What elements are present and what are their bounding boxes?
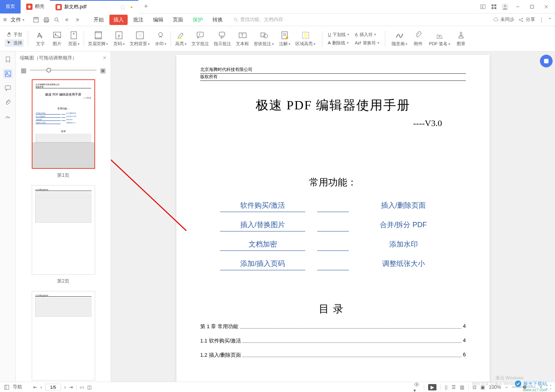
svg-rect-43 [219, 32, 225, 36]
sign-panel-button[interactable] [3, 112, 13, 121]
underline-tool[interactable]: U下划线▾ [326, 31, 351, 38]
thumb-grid-icon[interactable]: ▦ [21, 67, 27, 74]
nav-toggle[interactable] [4, 384, 10, 390]
svg-rect-35 [95, 37, 101, 39]
print-button[interactable] [42, 15, 51, 24]
doc-link[interactable]: 插入/替换图片 [220, 220, 305, 231]
attachment-panel-button[interactable] [3, 98, 13, 107]
search-button[interactable] [52, 15, 61, 24]
tool-指示批注[interactable]: 指示批注 [211, 29, 233, 48]
redo-button[interactable] [73, 15, 82, 24]
search-box[interactable]: 查找功能、文档内容 [233, 16, 283, 23]
tool-文档背景[interactable]: 文档背景▾ [127, 29, 152, 48]
tool-页码[interactable]: #页码▾ [111, 29, 127, 48]
minimize-button[interactable] [512, 1, 523, 12]
tool-页眉页脚[interactable]: 页眉页脚▾ [86, 29, 111, 48]
tool-页面[interactable]: 页面▾ [65, 29, 82, 48]
tool-图片[interactable]: 图片 [49, 29, 65, 48]
menu-icon[interactable]: ≡ [3, 16, 7, 23]
share-button[interactable]: 分享 [519, 16, 535, 23]
assistant-button[interactable] [540, 55, 553, 67]
prev-page-button[interactable]: ‹ [40, 384, 42, 390]
collapse-ribbon[interactable]: ⌃ [548, 17, 552, 23]
select-tool[interactable]: 选择 [5, 39, 24, 47]
menu-tab-页面[interactable]: 页面 [169, 15, 187, 25]
view-two[interactable]: ▥ [460, 384, 464, 390]
tool-文本框[interactable]: T文本框 [233, 29, 251, 48]
menu-tab-开始[interactable]: 开始 [90, 15, 108, 25]
thumbnail-panel-button[interactable] [3, 69, 13, 78]
svg-text:T: T [199, 33, 201, 36]
doc-link[interactable]: 添加/插入页码 [220, 259, 305, 270]
tool-形状批注[interactable]: 形状批注▾ [251, 29, 276, 48]
document-viewport[interactable]: 北京海腾时代科技有限公司 版权所有 极速 PDF 编辑器使用手册 ----V3.… [111, 52, 555, 382]
toc-entry[interactable]: 1.2 插入/删除页面6 [200, 352, 466, 359]
tool-高亮[interactable]: 高亮▾ [172, 29, 189, 48]
menu-tab-保护[interactable]: 保护 [189, 15, 207, 25]
play-button[interactable]: ▶ [428, 384, 436, 390]
tab-daoke[interactable]: 稻壳 [21, 0, 50, 13]
replacemark-tool[interactable]: A⇄替换符▾ [353, 39, 381, 47]
doc-link[interactable]: 合并/拆分 PDF [361, 220, 446, 231]
tool-文字批注[interactable]: T文字批注 [189, 29, 211, 48]
undo-button[interactable] [63, 15, 71, 24]
comment-panel-button[interactable] [3, 83, 13, 93]
menu-tab-转换[interactable]: 转换 [209, 15, 227, 25]
file-menu[interactable]: 文件▾ [8, 15, 28, 24]
tab-add[interactable]: + [138, 2, 154, 11]
tab-document[interactable]: 新文档.pdf ▢ ● [50, 0, 138, 13]
avatar-icon[interactable] [501, 3, 509, 11]
menu-tab-插入[interactable]: 插入 [109, 15, 128, 25]
page-input[interactable] [45, 384, 61, 391]
insertmark-tool[interactable]: A̬插入符▾ [353, 31, 381, 38]
panel-icon[interactable]: 1 [479, 3, 487, 11]
tool-水印[interactable]: 水印▾ [152, 29, 169, 48]
tool-注解[interactable]: 注解▾ [276, 29, 293, 48]
doc-link[interactable]: 软件购买/激活 [220, 201, 305, 212]
close-panel-button[interactable]: ✕ [103, 55, 107, 61]
tool-随意画[interactable]: 随意画▾ [389, 29, 410, 48]
next-page-button[interactable]: › [64, 384, 66, 390]
tool-图章[interactable]: 图章 [453, 29, 469, 48]
tool-文字[interactable]: AI文字 [32, 29, 49, 48]
tool-附件[interactable]: 附件 [410, 29, 427, 48]
save-button[interactable] [32, 15, 40, 24]
layout-btn2[interactable]: ◫ [87, 384, 92, 390]
hand-tool[interactable]: 手型 [5, 31, 24, 38]
workspace: 缩略图（可拖动调整顺序） ✕ ▦ ▣ 北京海腾时代科技有限公司版权所有 极速 P… [0, 52, 555, 382]
svg-line-22 [237, 20, 238, 22]
thumbnail-page-2[interactable]: 北京海腾 版权所有 第2页 [21, 185, 106, 285]
eye-button[interactable]: ▾ [413, 381, 420, 392]
tab-menu-icon[interactable]: ▢ [121, 4, 125, 10]
maximize-button[interactable] [526, 1, 538, 12]
menu-tab-编辑[interactable]: 编辑 [149, 15, 167, 25]
toc-entry[interactable]: 1.1 软件购买/激活4 [200, 337, 466, 344]
tool-区域高亮[interactable]: 区域高亮▾ [293, 29, 318, 48]
doc-link[interactable]: 插入/删除页面 [361, 201, 446, 212]
more-button[interactable]: ⋮ [539, 17, 544, 23]
layout-btn1[interactable]: ▭ [80, 384, 84, 390]
thumbnail-page-3[interactable]: 北京海腾 版权所有 [21, 291, 106, 381]
view-continuous[interactable]: ☰ [452, 384, 456, 390]
grid-icon[interactable] [490, 3, 498, 11]
tab-home[interactable]: 首页 [0, 0, 21, 13]
toc-entry[interactable]: 第 1 章 常用功能4 [200, 323, 466, 330]
strike-tool[interactable]: A删除线▾ [326, 39, 351, 47]
view-single[interactable]: ▯ [445, 384, 448, 390]
bookmark-panel-button[interactable] [3, 55, 13, 64]
svg-rect-53 [304, 33, 308, 37]
close-button[interactable] [541, 1, 552, 12]
thumb-size-slider[interactable] [30, 69, 97, 71]
tool-PDF 签名[interactable]: PDF 签名▾ [427, 29, 453, 48]
first-page-button[interactable]: ⇤ [33, 384, 37, 390]
svg-rect-55 [460, 32, 462, 36]
doc-link[interactable]: 调整纸张大小 [361, 259, 446, 270]
menu-tab-批注[interactable]: 批注 [129, 15, 147, 25]
last-page-button[interactable]: ⇥ [69, 384, 73, 390]
thumbnail-page-1[interactable]: 北京海腾时代科技有限公司版权所有 极速 PDF 编辑器使用手册 ----V3.0… [21, 79, 106, 179]
sync-button[interactable]: 未同步 [493, 16, 515, 23]
doc-link[interactable]: 添加水印 [361, 239, 446, 251]
thumb-fit-icon[interactable]: ▣ [100, 67, 106, 74]
doc-link[interactable]: 文档加密 [220, 239, 305, 251]
underline-icon: U [328, 32, 331, 37]
